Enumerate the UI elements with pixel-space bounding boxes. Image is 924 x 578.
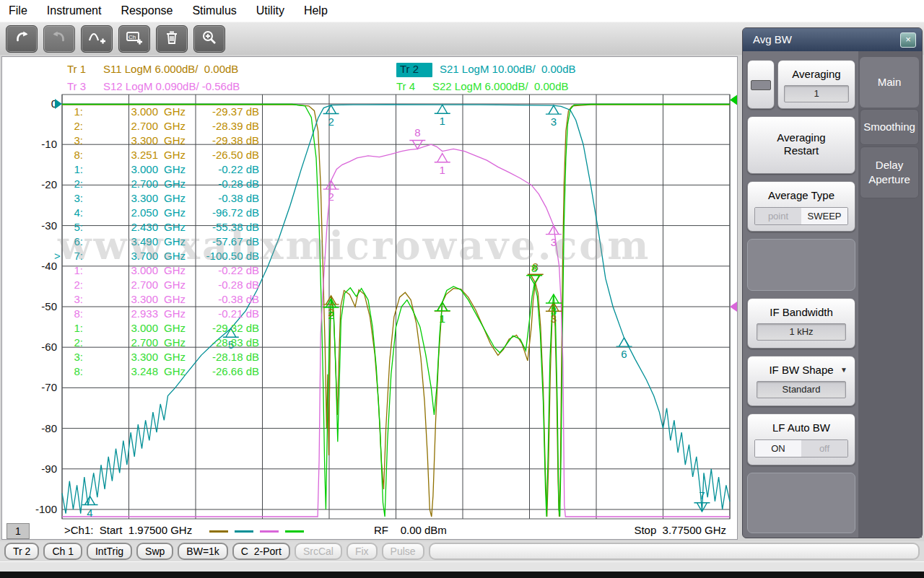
menu-bar: FileInstrumentResponseStimulusUtilityHel… xyxy=(0,0,924,22)
trash-icon xyxy=(162,29,181,49)
empty-slot-1 xyxy=(747,239,855,291)
trace4-id: Tr 4 xyxy=(396,80,425,95)
if-bw-shape-button[interactable]: IF BW Shape ▼ Standard xyxy=(747,356,855,406)
svg-text:3: 3 xyxy=(551,236,557,248)
menu-item-file[interactable]: File xyxy=(9,4,27,17)
undo-button[interactable] xyxy=(6,25,38,53)
trace1-label[interactable]: Tr 1S11 LogM 6.000dB/ 0.00dB xyxy=(67,63,238,77)
lf-auto-bw-button[interactable]: LF Auto BW ON off xyxy=(747,413,855,465)
svg-text:8: 8 xyxy=(533,260,539,273)
tab-delay-aperture[interactable]: Delay Aperture xyxy=(860,146,919,198)
lf-auto-bw-on-option[interactable]: ON xyxy=(755,440,801,457)
svg-text:8: 8 xyxy=(414,126,420,139)
trace1-id: Tr 1 xyxy=(67,63,96,77)
averaging-restart-button[interactable]: Averaging Restart xyxy=(747,116,855,174)
lf-auto-bw-off-option[interactable]: off xyxy=(801,440,847,457)
marker-row: 8:3.248GHz-26.66 dB xyxy=(54,364,259,379)
svg-text:-80: -80 xyxy=(41,422,57,434)
trace1-desc: S11 LogM 6.000dB/ 0.00dB xyxy=(103,63,238,77)
redo-button[interactable] xyxy=(43,25,75,53)
trace3-desc: S12 LogM 0.090dB/ -0.56dB xyxy=(103,80,240,95)
add-trace-button[interactable] xyxy=(81,25,113,53)
average-type-point-option[interactable]: point xyxy=(755,208,801,224)
marker-row: 2:2.700GHz-0.28 dB xyxy=(54,278,259,292)
legend-dash-s12 xyxy=(260,530,279,533)
svg-text:-90: -90 xyxy=(41,463,57,475)
zoom-button[interactable] xyxy=(193,25,225,53)
svg-text:-70: -70 xyxy=(41,381,57,393)
channel-tab-1[interactable]: 1 xyxy=(6,523,30,539)
statusbar-inttrig[interactable]: IntTrig xyxy=(87,543,132,560)
average-type-button[interactable]: Average Type point SWEEP xyxy=(747,181,855,232)
statusbar-ch-1[interactable]: Ch 1 xyxy=(43,543,82,560)
add-channel-icon: Ch xyxy=(125,29,144,49)
statusbar-swp[interactable]: Swp xyxy=(136,543,173,560)
measurement-display: Tr 1S11 LogM 6.000dB/ 0.00dB Tr 2S21 Log… xyxy=(1,56,738,540)
trace3-id: Tr 3 xyxy=(67,80,96,95)
if-bandwidth-value[interactable]: 1 kHz xyxy=(757,323,846,341)
if-bandwidth-button[interactable]: IF Bandwidth 1 kHz xyxy=(747,298,855,349)
svg-text:Ch: Ch xyxy=(128,33,136,40)
marker-row: 2:2.700GHz-0.28 dB xyxy=(54,177,259,191)
marker-row: 1:3.000GHz-29.32 dB xyxy=(54,321,259,336)
svg-text:1: 1 xyxy=(440,312,445,325)
tab-main[interactable]: Main xyxy=(860,57,919,108)
averaging-toggle-button[interactable] xyxy=(747,60,775,109)
vna-application-window: FileInstrumentResponseStimulusUtilityHel… xyxy=(0,0,924,578)
marker-row: 3:3.300GHz-0.38 dB xyxy=(54,292,259,307)
statusbar-c-2-port[interactable]: C 2-Port xyxy=(232,543,290,560)
add-channel-button[interactable]: Ch xyxy=(118,25,150,53)
panel-title[interactable]: Avg BW xyxy=(743,28,922,51)
statusbar-srccal[interactable]: SrcCal xyxy=(295,543,342,560)
close-icon[interactable]: × xyxy=(900,32,916,48)
marker-row: 2:2.700GHz-28.39 dB xyxy=(54,119,259,133)
statusbar-bw-1k[interactable]: BW=1k xyxy=(178,543,228,560)
bottom-strip xyxy=(0,561,924,572)
stop-frequency-info[interactable]: Stop 3.77500 GHz xyxy=(634,524,726,536)
averaging-button[interactable]: Averaging 1 xyxy=(777,60,855,109)
legend-dash-s22 xyxy=(285,530,304,533)
if-bw-shape-label: IF BW Shape xyxy=(748,363,855,377)
statusbar-blank[interactable] xyxy=(429,543,920,560)
trace2-label[interactable]: Tr 2S21 LogM 10.00dB/ 0.00dB xyxy=(396,63,575,77)
menu-item-response[interactable]: Response xyxy=(121,4,173,17)
svg-text:1: 1 xyxy=(440,115,445,127)
trace2-id-active-badge: Tr 2 xyxy=(396,63,432,77)
chevron-down-icon: ▼ xyxy=(840,366,847,374)
trace3-label[interactable]: Tr 3S12 LogM 0.090dB/ -0.56dB xyxy=(67,80,240,95)
averaging-restart-label-line1: Averaging xyxy=(748,131,855,144)
statusbar-pulse[interactable]: Pulse xyxy=(382,543,424,560)
marker-row: 4:2.050GHz-96.72 dB xyxy=(54,206,259,220)
svg-text:6: 6 xyxy=(621,348,627,360)
redo-icon xyxy=(50,29,69,49)
trace4-desc: S22 LogM 6.000dB/ 0.00dB xyxy=(432,80,568,95)
statusbar-tr-2[interactable]: Tr 2 xyxy=(4,543,39,560)
svg-text:7: 7 xyxy=(699,489,705,502)
marker-row: 5:2.430GHz-55.38 dB xyxy=(54,220,259,235)
avg-bw-panel: Avg BW × Averaging 1 Averaging Restart A… xyxy=(742,27,923,538)
statusbar-fix[interactable]: Fix xyxy=(346,543,378,560)
menu-item-help[interactable]: Help xyxy=(304,4,328,17)
if-bw-shape-value[interactable]: Standard xyxy=(757,381,846,398)
marker-row: 1:3.000GHz-29.37 dB xyxy=(54,105,259,119)
marker-row: >7:3.700GHz-100.50 dB xyxy=(54,249,259,263)
average-type-label: Average Type xyxy=(748,188,855,202)
trace4-label[interactable]: Tr 4S22 LogM 6.000dB/ 0.00dB xyxy=(396,80,568,95)
status-bar: Tr 2Ch 1IntTrigSwpBW=1kC 2-PortSrcCalFix… xyxy=(0,541,924,561)
svg-text:-100: -100 xyxy=(35,503,57,515)
svg-text:3: 3 xyxy=(551,312,557,325)
menu-item-utility[interactable]: Utility xyxy=(256,4,284,17)
marker-row: 8:3.251GHz-26.50 dB xyxy=(54,148,259,162)
lf-auto-bw-label: LF Auto BW xyxy=(748,421,855,434)
delete-button[interactable] xyxy=(156,25,188,53)
averaging-value[interactable]: 1 xyxy=(784,85,849,102)
menu-item-stimulus[interactable]: Stimulus xyxy=(192,4,236,17)
trace2-desc: S21 LogM 10.00dB/ 0.00dB xyxy=(440,63,575,77)
legend-dash-s21 xyxy=(235,530,253,533)
rf-power-info[interactable]: RF 0.00 dBm xyxy=(374,524,447,536)
tab-smoothing[interactable]: Smoothing xyxy=(860,109,919,145)
average-type-sweep-option[interactable]: SWEEP xyxy=(801,208,847,224)
svg-text:1: 1 xyxy=(440,312,445,325)
menu-item-instrument[interactable]: Instrument xyxy=(47,4,102,17)
channel-start-info[interactable]: >Ch1: Start 1.97500 GHz xyxy=(64,524,192,536)
